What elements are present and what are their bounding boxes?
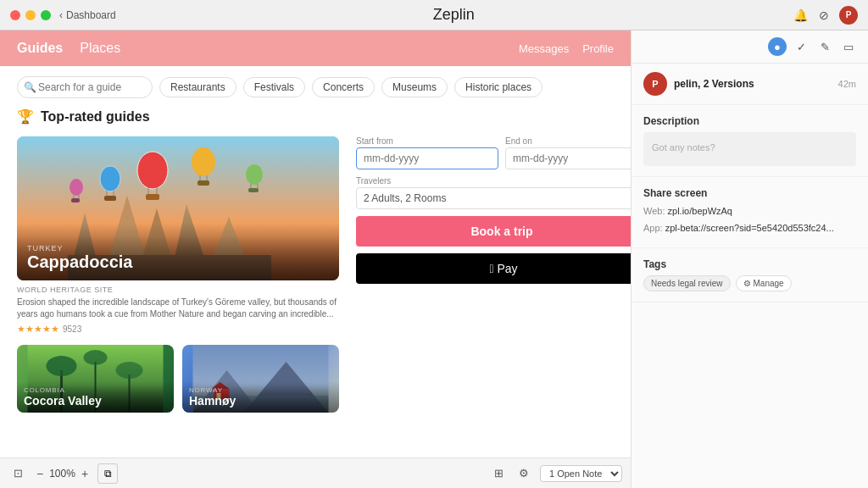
content-grid: TURKEY Cappadoccia WORLD HERITAGE SITE E… — [17, 136, 614, 413]
date-row: Start from End on — [356, 136, 631, 169]
tags-title: Tags — [643, 258, 856, 270]
chat-icon[interactable]: ● — [768, 37, 787, 56]
left-column: TURKEY Cappadoccia WORLD HERITAGE SITE E… — [17, 136, 339, 413]
cocora-card[interactable]: COLOMBIA Cocora Valley — [17, 345, 174, 413]
close-dot[interactable] — [10, 10, 20, 20]
chip-museums[interactable]: Museums — [381, 77, 448, 97]
copy-button[interactable]: ⧉ — [97, 463, 118, 484]
card-overlay: TURKEY Cappadoccia — [17, 236, 339, 280]
end-label: End on — [505, 136, 631, 146]
header-links: Messages Profile — [519, 42, 614, 55]
notes-select[interactable]: 1 Open Note — [540, 465, 622, 482]
settings-icon[interactable]: ⚙ — [515, 464, 533, 483]
end-date-input[interactable] — [505, 147, 631, 169]
sidebar-tags-section: Tags Needs legal review ⚙ Manage — [632, 248, 868, 302]
apple-pay-button[interactable]:  Pay — [356, 253, 631, 284]
maximize-dot[interactable] — [41, 10, 51, 20]
annotation-icon[interactable]: ✓ — [792, 37, 810, 56]
chip-concerts[interactable]: Concerts — [312, 77, 375, 97]
zoom-minus-button[interactable]: − — [34, 467, 46, 480]
chip-historic-places[interactable]: Historic places — [454, 77, 542, 97]
start-field: Start from — [356, 136, 498, 169]
nav-places[interactable]: Places — [80, 41, 120, 56]
hamnoy-country: NORWAY — [189, 386, 332, 394]
apple-pay-label:  Pay — [489, 262, 517, 275]
hamnoy-card[interactable]: NORWAY Hamnøy — [182, 345, 339, 413]
hamnoy-title: Hamnøy — [189, 394, 332, 408]
layers-icon[interactable]: ⊡ — [8, 464, 27, 483]
gear-icon: ⚙ — [743, 279, 751, 288]
share-web-value[interactable]: zpl.io/bepWzAq — [668, 206, 732, 216]
cocora-overlay: COLOMBIA Cocora Valley — [17, 381, 174, 413]
nav-guides[interactable]: Guides — [17, 41, 63, 56]
message-icon[interactable]: ▭ — [839, 37, 858, 56]
window-controls[interactable] — [10, 10, 51, 20]
zoom-controls: − 100% + — [34, 467, 91, 480]
description-title: Description — [643, 115, 856, 127]
share-app-value[interactable]: zpl-beta://screen?sid=5e5420d553fc24... — [665, 223, 834, 233]
zoom-plus-button[interactable]: + — [79, 467, 91, 480]
back-icon: ‹ — [59, 9, 63, 21]
description-placeholder: Got any notes? — [652, 142, 715, 152]
manage-button[interactable]: ⚙ Manage — [736, 275, 792, 291]
card-description: WORLD HERITAGE SITE Erosion shaped the i… — [17, 280, 339, 335]
sidebar-user-name: pelin, 2 Versions — [674, 78, 832, 90]
right-sidebar: ● ✓ ✎ ▭ P pelin, 2 Versions 42m Descript… — [631, 30, 868, 488]
bottom-right: ⊞ ⚙ 1 Open Note — [489, 464, 622, 483]
card-country: TURKEY — [27, 244, 329, 252]
star-row: ★★★★★ 9523 — [17, 324, 339, 335]
search-input[interactable] — [17, 76, 153, 98]
minimize-dot[interactable] — [25, 10, 36, 20]
review-count: 9523 — [63, 324, 81, 334]
stars: ★★★★★ — [17, 324, 59, 335]
main-layout: Guides Places Messages Profile 🔍 Restaur… — [0, 30, 868, 488]
os-bar: ‹ Dashboard Zeplin 🔔 ⊘ P — [0, 0, 868, 30]
cocora-title: Cocora Valley — [24, 394, 167, 408]
share-app: App: zpl-beta://screen?sid=5e5420d553fc2… — [643, 221, 856, 236]
description-box[interactable]: Got any notes? — [643, 132, 856, 166]
share-title: Share screen — [643, 187, 856, 199]
card-title: Cappadoccia — [27, 252, 329, 272]
tag-chip-legal[interactable]: Needs legal review — [643, 275, 731, 291]
sidebar-toolbar: ● ✓ ✎ ▭ — [632, 30, 868, 64]
sidebar-description-section: Description Got any notes? — [632, 105, 868, 177]
bell-icon[interactable]: 🔔 — [792, 7, 809, 24]
content-area: Guides Places Messages Profile 🔍 Restaur… — [0, 30, 631, 488]
travelers-value[interactable]: 2 Adults, 2 Rooms — [356, 187, 631, 209]
app-nav: Guides Places — [17, 41, 120, 56]
help-icon[interactable]: ⊘ — [815, 7, 832, 24]
bottom-cards: COLOMBIA Cocora Valley — [17, 345, 339, 413]
bottom-toolbar: ⊡ − 100% + ⧉ ⊞ ⚙ 1 Open Note — [0, 458, 631, 488]
trophy-icon: 🏆 — [17, 108, 34, 125]
share-app-label: App: — [643, 223, 663, 233]
hamnoy-overlay: NORWAY Hamnøy — [182, 381, 339, 413]
travelers-field-wrap: Travelers 2 Adults, 2 Rooms — [356, 176, 631, 209]
edit-icon[interactable]: ✎ — [815, 37, 834, 56]
app-title: Zeplin — [116, 6, 792, 24]
avatar[interactable]: P — [839, 6, 858, 25]
filter-bar: 🔍 Restaurants Festivals Concerts Museums… — [0, 66, 631, 108]
share-web-label: Web: — [643, 206, 665, 216]
travelers-label: Travelers — [356, 176, 631, 186]
booking-form: Start from End on Travelers 2 Adults, 2 … — [356, 136, 631, 413]
breadcrumb: ‹ Dashboard — [59, 9, 116, 21]
start-label: Start from — [356, 136, 498, 146]
chip-restaurants[interactable]: Restaurants — [159, 77, 236, 97]
section-title: 🏆 Top-rated guides — [17, 108, 614, 125]
chip-festivals[interactable]: Festivals — [243, 77, 305, 97]
sidebar-user-time: 42m — [838, 79, 856, 89]
app-header: Guides Places Messages Profile — [0, 30, 631, 66]
share-screen-icon[interactable]: ⊞ — [489, 464, 508, 483]
card-desc-text: Erosion shaped the incredible landscape … — [17, 297, 339, 320]
messages-link[interactable]: Messages — [519, 42, 569, 55]
section-title-text: Top-rated guides — [41, 109, 150, 125]
heritage-label: WORLD HERITAGE SITE — [17, 286, 339, 294]
share-web: Web: zpl.io/bepWzAq — [643, 204, 856, 219]
featured-card[interactable]: TURKEY Cappadoccia — [17, 136, 339, 280]
profile-link[interactable]: Profile — [582, 42, 614, 55]
sidebar-user-row: P pelin, 2 Versions 42m — [632, 64, 868, 105]
sidebar-avatar: P — [643, 72, 667, 96]
book-trip-button[interactable]: Book a trip — [356, 216, 631, 247]
sidebar-share-section: Share screen Web: zpl.io/bepWzAq App: zp… — [632, 177, 868, 248]
start-date-input[interactable] — [356, 147, 498, 169]
